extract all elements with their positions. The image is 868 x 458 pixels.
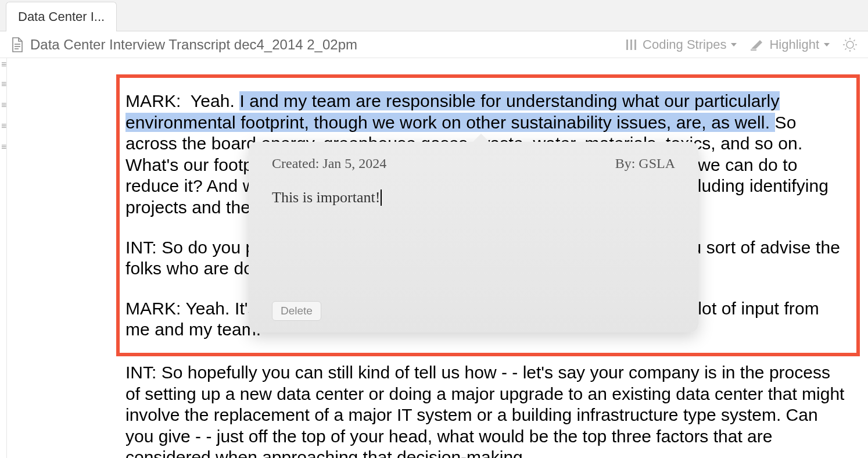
tab-label: Data Center I...	[18, 9, 105, 24]
svg-point-7	[847, 41, 853, 48]
coding-stripes-label: Coding Stripes	[643, 37, 726, 52]
highlight-label: Highlight	[769, 37, 819, 52]
text-pre: Yeah.	[191, 91, 240, 110]
memo-popup: Created: Jan 5, 2024 By: GSLA This is im…	[249, 142, 698, 332]
tab-document[interactable]: Data Center I...	[6, 2, 117, 31]
paragraph-int-2: INT: So hopefully you can still kind of …	[125, 362, 846, 458]
gutter-mark: ≡	[1, 142, 6, 152]
chevron-down-icon	[731, 43, 737, 46]
svg-line-15	[853, 40, 855, 41]
toolbar: Data Center Interview Transcript dec4_20…	[0, 31, 868, 58]
left-gutter: ≡ ≡ ≡ ≡ ≡	[0, 58, 7, 458]
tab-bar: Data Center I...	[0, 0, 868, 31]
memo-body-text[interactable]: This is important!	[272, 189, 675, 206]
coding-stripes-button[interactable]: Coding Stripes	[625, 37, 737, 52]
gutter-mark: ≡	[1, 100, 6, 110]
svg-rect-4	[630, 40, 632, 50]
document-content[interactable]: one minute description of what that enta…	[9, 58, 868, 458]
svg-line-13	[853, 48, 855, 49]
document-icon	[10, 37, 23, 52]
coding-stripes-icon	[625, 38, 638, 51]
highlighter-icon	[749, 38, 765, 51]
lightbulb-icon[interactable]	[842, 37, 858, 52]
gutter-mark: ≡	[1, 59, 6, 70]
memo-created: Created: Jan 5, 2024	[272, 156, 386, 171]
highlight-button[interactable]: Highlight	[749, 37, 830, 52]
popup-pointer	[472, 134, 490, 143]
svg-rect-6	[751, 49, 756, 51]
svg-rect-5	[634, 40, 636, 50]
memo-header: Created: Jan 5, 2024 By: GSLA	[272, 156, 675, 171]
text-cursor	[381, 189, 382, 206]
speaker-label: MARK:	[125, 91, 181, 110]
svg-line-12	[845, 40, 847, 41]
toolbar-actions: Coding Stripes Highlight	[625, 37, 858, 52]
chevron-down-icon	[824, 43, 830, 46]
memo-author: By: GSLA	[615, 156, 675, 171]
delete-button[interactable]: Delete	[272, 301, 321, 321]
gutter-mark: ≡	[1, 121, 6, 131]
svg-line-14	[845, 48, 847, 49]
gutter-mark: ≡	[1, 79, 6, 90]
document-title: Data Center Interview Transcript dec4_20…	[30, 37, 618, 53]
svg-rect-3	[626, 40, 628, 50]
